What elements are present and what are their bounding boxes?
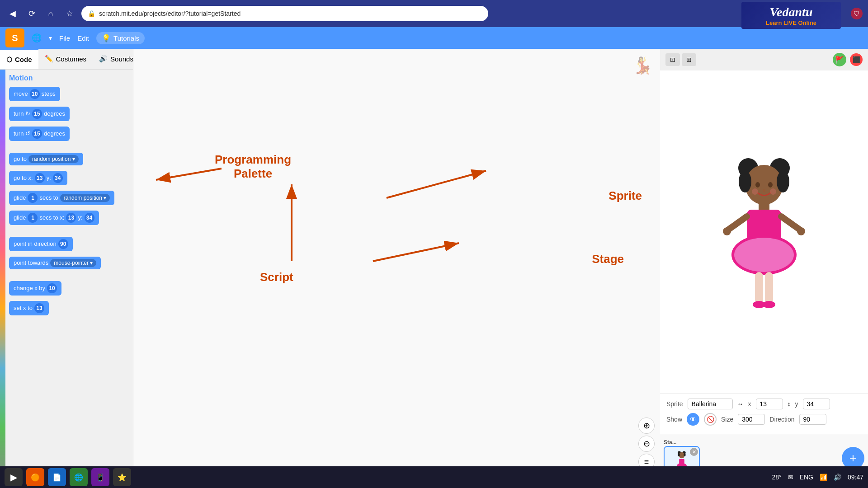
glide-xy-block[interactable]: glide 1 secs to x: 13 y: 34 [9, 211, 99, 225]
taskbar-item-4[interactable]: 🌐 [70, 468, 88, 486]
tab-costumes[interactable]: ✏️ Costumes [38, 49, 93, 69]
turn-ccw-block[interactable]: turn ↺ 15 degrees [9, 127, 70, 141]
size-label: Size [721, 416, 733, 423]
svg-point-10 [777, 171, 789, 192]
sprite-annotation: Sprite [609, 189, 642, 203]
vedantu-tagline: Learn LIVE Online [766, 19, 816, 26]
browser-bar: ◀ ⟳ ⌂ ☆ 🔒 scratch.mit.edu/projects/edito… [0, 0, 868, 27]
y-value-input[interactable] [803, 399, 830, 409]
show-visible-btn[interactable]: 👁 [687, 413, 699, 426]
list-item: set x to 13 [9, 301, 129, 318]
volume-icon: 🔊 [834, 474, 841, 481]
svg-line-5 [373, 243, 459, 261]
mail-icon: ✉ [788, 474, 793, 481]
svg-line-2 [156, 169, 222, 180]
wifi-icon: 📶 [820, 474, 827, 481]
tutorials-label: Tutorials [113, 34, 139, 42]
taskbar-item-5[interactable]: 📱 [91, 468, 109, 486]
stop-button[interactable]: ⬛ [850, 53, 863, 66]
sprite-label: Sprite [666, 400, 683, 408]
main-layout: ⬡ Code ✏️ Costumes 🔊 Sounds Motion move [0, 49, 868, 488]
ballerina-sprite [714, 151, 814, 314]
point-direction-block[interactable]: point in direction 90 [9, 237, 73, 251]
sprite-info-bar: Sprite ↔ x ↕ y Show 👁 🚫 Size Directi [660, 394, 868, 434]
go-to-block[interactable]: go to random position ▾ [9, 153, 83, 165]
brave-shield-icon: 🛡 [851, 8, 863, 19]
scratch-taskbar-icon: 🟠 [31, 473, 40, 482]
layout-buttons: ⊡ ⊞ [665, 53, 696, 66]
blocks-list: Motion move 10 steps turn ↻ 15 degrees [5, 70, 133, 488]
change-x-block[interactable]: change x by 10 [9, 281, 61, 296]
svg-point-20 [734, 238, 794, 272]
tab-sounds[interactable]: 🔊 Sounds [93, 49, 140, 69]
svg-point-13 [763, 189, 765, 192]
reload-button[interactable]: ⟳ [24, 6, 39, 21]
stage-annotation: Stage [592, 252, 624, 266]
file-taskbar-icon: 📄 [52, 473, 61, 482]
svg-point-11 [755, 182, 760, 188]
sprite-delete-button[interactable]: ✕ [690, 448, 698, 456]
category-sidebar [0, 70, 5, 488]
taskbar: ▶ 🟠 📄 🌐 📱 ⭐ 28° ✉ ENG 📶 🔊 09:47 [0, 466, 868, 488]
point-towards-block[interactable]: point towards mouse-pointer ▾ [9, 257, 101, 269]
blocks-area: Motion move 10 steps turn ↻ 15 degrees [0, 70, 133, 488]
list-item: turn ↻ 15 degrees [9, 107, 129, 124]
svg-rect-25 [755, 272, 763, 304]
sprite-name-input[interactable] [688, 399, 733, 409]
go-to-xy-block[interactable]: go to x: 13 y: 34 [9, 171, 67, 185]
app-taskbar-icon: 📱 [96, 473, 105, 482]
svg-rect-26 [765, 272, 773, 304]
flag-icon: 🚩 [835, 56, 844, 64]
address-bar[interactable]: 🔒 scratch.mit.edu/projects/editor/?tutor… [81, 6, 488, 21]
motion-header: Motion [9, 74, 129, 82]
taskbar-item-6[interactable]: ⭐ [113, 468, 131, 486]
y-arrows-icon: ↕ [788, 400, 791, 408]
svg-point-15 [770, 188, 776, 195]
zoom-controls: ⊕ ⊖ ≡ [638, 418, 655, 470]
tab-code-label: Code [15, 56, 32, 63]
temperature: 28° [772, 474, 781, 481]
x-label: x [748, 400, 751, 408]
direction-input[interactable] [799, 414, 826, 425]
tutorials-button[interactable]: 💡 Tutorials [96, 32, 145, 44]
zoom-in-button[interactable]: ⊕ [638, 418, 655, 434]
zoom-out-button[interactable]: ⊖ [638, 436, 655, 452]
tab-code[interactable]: ⬡ Code [0, 49, 38, 69]
svg-line-21 [728, 216, 747, 230]
globe-icon[interactable]: 🌐 [32, 33, 42, 43]
taskbar-play-btn[interactable]: ▶ [5, 468, 23, 486]
script-area[interactable]: 💃 ⊕ ⊖ ≡ ProgrammingPalette Script Sprite [133, 49, 660, 488]
show-hidden-btn[interactable]: 🚫 [704, 413, 717, 426]
time: 09:47 [848, 474, 863, 481]
taskbar-item-3[interactable]: 📄 [48, 468, 66, 486]
list-item: glide 1 secs to random position ▾ [9, 191, 129, 208]
svg-point-32 [678, 453, 679, 456]
set-x-block[interactable]: set x to 13 [9, 301, 49, 315]
code-icon: ⬡ [6, 56, 12, 64]
scratch-appbar: S 🌐 ▾ File Edit 💡 Tutorials [0, 27, 868, 49]
size-input[interactable] [738, 414, 765, 425]
list-item: point towards mouse-pointer ▾ [9, 257, 129, 272]
turn-cw-block[interactable]: turn ↻ 15 degrees [9, 107, 70, 121]
glide-random-block[interactable]: glide 1 secs to random position ▾ [9, 191, 114, 205]
lightbulb-icon: 💡 [102, 34, 111, 42]
layout-btn-2[interactable]: ⊞ [682, 53, 696, 66]
x-value-input[interactable] [756, 399, 783, 409]
edit-menu[interactable]: Edit [77, 34, 89, 42]
bookmark-button[interactable]: ☆ [62, 6, 77, 21]
lock-icon: 🔒 [88, 10, 95, 17]
taskbar-right: 28° ✉ ENG 📶 🔊 09:47 [772, 474, 863, 481]
home-button[interactable]: ⌂ [43, 6, 58, 21]
file-menu[interactable]: File [59, 34, 70, 42]
stage-view[interactable] [660, 70, 868, 394]
tab-costumes-label: Costumes [56, 55, 87, 63]
add-sprite-icon: + [849, 451, 857, 465]
list-item: go to x: 13 y: 34 [9, 171, 129, 188]
green-flag-button[interactable]: 🚩 [833, 53, 846, 66]
back-button[interactable]: ◀ [5, 6, 20, 21]
move-block[interactable]: move 10 steps [9, 87, 60, 101]
taskbar-item-2[interactable]: 🟠 [26, 468, 44, 486]
annotation-layer: ProgrammingPalette Script Sprite Stage [133, 49, 660, 488]
layout-btn-1[interactable]: ⊡ [665, 53, 680, 66]
svg-point-9 [739, 171, 751, 192]
